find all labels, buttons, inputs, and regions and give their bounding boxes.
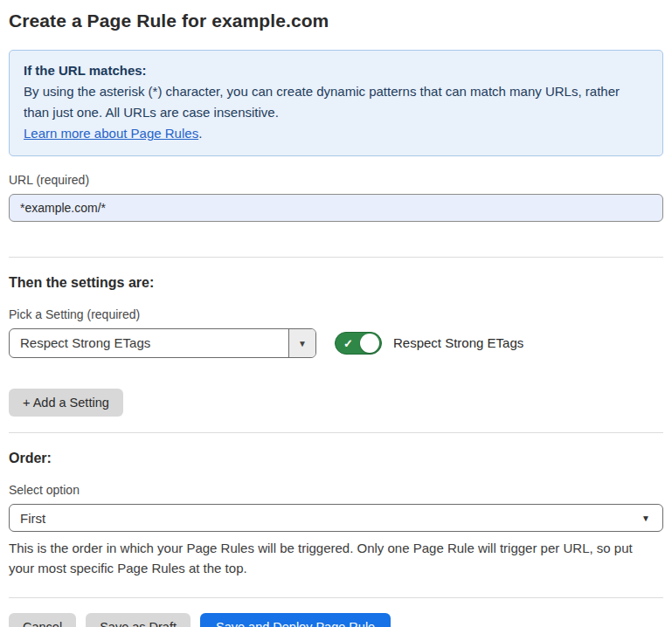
footer-actions: Cancel Save as Draft Save and Deploy Pag…: [9, 613, 663, 627]
order-help-text: This is the order in which your Page Rul…: [9, 538, 660, 578]
setting-picker-label: Pick a Setting (required): [9, 307, 663, 321]
url-field-label: URL (required): [9, 173, 663, 187]
info-box-heading: If the URL matches:: [24, 60, 648, 81]
order-select[interactable]: First ▼: [9, 504, 663, 532]
setting-select-arrow-button[interactable]: ▼: [288, 329, 315, 357]
link-period: .: [198, 126, 202, 141]
chevron-down-icon: ▼: [298, 339, 307, 348]
section-divider: [9, 432, 663, 433]
info-box-body: By using the asterisk (*) character, you…: [24, 81, 648, 123]
add-setting-button[interactable]: + Add a Setting: [9, 389, 123, 417]
chevron-down-icon: ▼: [641, 505, 662, 531]
order-select-value: First: [10, 505, 641, 531]
setting-row: Respect Strong ETags ▼ ✓ Respect Strong …: [9, 328, 663, 358]
footer-divider: [9, 597, 663, 598]
setting-select-value: Respect Strong ETags: [10, 329, 288, 357]
order-select-label: Select option: [9, 483, 663, 497]
url-input[interactable]: [9, 194, 663, 222]
section-divider: [9, 257, 663, 258]
cancel-button[interactable]: Cancel: [9, 613, 76, 627]
setting-select[interactable]: Respect Strong ETags ▼: [9, 328, 316, 358]
check-icon: ✓: [343, 338, 353, 349]
save-deploy-button[interactable]: Save and Deploy Page Rule: [200, 613, 391, 627]
url-match-info-box: If the URL matches: By using the asteris…: [9, 50, 663, 156]
info-box-link-line: Learn more about Page Rules.: [24, 123, 648, 144]
learn-more-link[interactable]: Learn more about Page Rules: [24, 126, 198, 141]
setting-toggle-label: Respect Strong ETags: [393, 332, 523, 355]
toggle-knob: [360, 334, 379, 353]
order-section-heading: Order:: [9, 451, 663, 466]
settings-section-heading: Then the settings are:: [9, 275, 663, 291]
setting-toggle[interactable]: ✓: [335, 332, 382, 355]
save-draft-button[interactable]: Save as Draft: [86, 613, 191, 627]
page-title: Create a Page Rule for example.com: [9, 0, 663, 31]
